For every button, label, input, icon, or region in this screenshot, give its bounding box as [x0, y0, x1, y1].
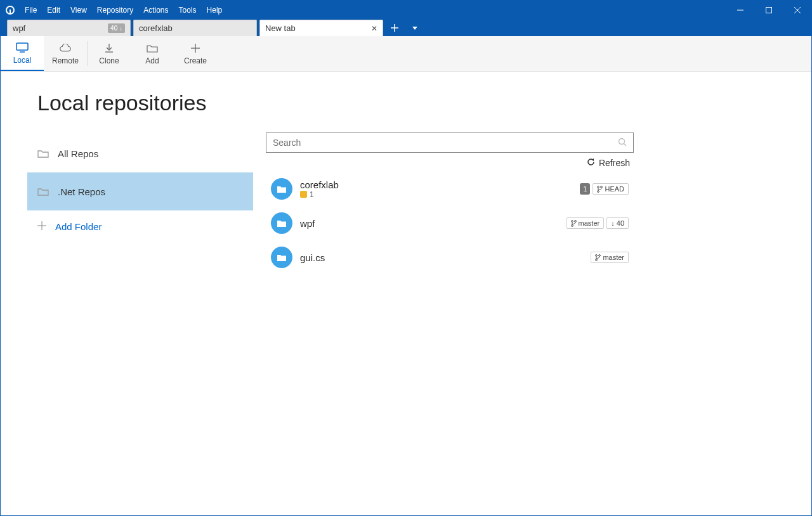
- add-folder-button[interactable]: Add Folder: [27, 210, 253, 242]
- search-icon: [618, 138, 627, 148]
- menu-repository[interactable]: Repository: [92, 1, 138, 20]
- repo-row-wpf[interactable]: wpf master ↓ 40: [266, 206, 634, 240]
- toolbar-label: Clone: [99, 56, 119, 65]
- search-input[interactable]: [273, 138, 618, 148]
- folder-icon: [37, 187, 49, 196]
- repo-name: corefxlab: [300, 179, 339, 190]
- refresh-button[interactable]: Refresh: [266, 153, 634, 172]
- tab-label: wpf: [13, 23, 25, 33]
- refresh-icon: [587, 158, 595, 168]
- count-badge: 1: [580, 183, 590, 195]
- monitor-icon: [16, 42, 29, 53]
- svg-point-28: [596, 259, 598, 261]
- menu-bar: File Edit View Repository Actions Tools …: [20, 1, 227, 20]
- page-title: Local repositories: [37, 91, 253, 115]
- title-bar: File Edit View Repository Actions Tools …: [1, 1, 811, 20]
- svg-rect-3: [766, 8, 771, 13]
- behind-badge: ↓ 40: [606, 217, 629, 229]
- tab-badge: 40 ↓: [108, 23, 125, 33]
- branch-badge: master: [591, 252, 629, 263]
- toolbar-remote-button[interactable]: Remote: [44, 36, 87, 71]
- svg-point-17: [619, 138, 625, 144]
- new-tab-button[interactable]: [386, 20, 403, 36]
- tab-dropdown-button[interactable]: [406, 20, 424, 36]
- download-icon: [103, 42, 115, 54]
- folder-list: All Repos .Net Repos Add Folder: [27, 134, 253, 242]
- folder-label: All Repos: [58, 148, 98, 159]
- stash-icon: [300, 191, 307, 198]
- search-box[interactable]: [266, 132, 634, 153]
- plus-icon: [189, 42, 202, 54]
- toolbar-local-button[interactable]: Local: [1, 36, 44, 71]
- branch-icon: [595, 254, 601, 261]
- close-icon[interactable]: ✕: [367, 24, 377, 33]
- tab-label: New tab: [265, 23, 296, 33]
- folder-all-repos[interactable]: All Repos: [27, 134, 253, 172]
- plus-icon: [37, 221, 46, 232]
- tab-new[interactable]: New tab ✕: [259, 20, 383, 36]
- svg-point-22: [598, 190, 599, 192]
- menu-view[interactable]: View: [65, 1, 92, 20]
- svg-marker-8: [412, 27, 417, 30]
- refresh-label: Refresh: [599, 158, 630, 168]
- tab-wpf[interactable]: wpf 40 ↓: [7, 20, 131, 36]
- menu-file[interactable]: File: [20, 1, 42, 20]
- repo-text: wpf: [300, 218, 315, 229]
- svg-rect-1: [10, 10, 11, 14]
- repo-badges: 1 HEAD: [580, 183, 629, 195]
- menu-help[interactable]: Help: [202, 1, 228, 20]
- branch-badge: HEAD: [593, 183, 629, 195]
- branch-icon: [571, 220, 577, 227]
- repo-name: gui.cs: [300, 252, 325, 263]
- toolbar-label: Create: [184, 56, 207, 65]
- folder-net-repos[interactable]: .Net Repos: [27, 172, 253, 210]
- svg-line-18: [624, 143, 627, 146]
- toolbar-label: Local: [13, 56, 32, 65]
- toolbar-create-button[interactable]: Create: [174, 36, 217, 71]
- sidebar: Local repositories All Repos .Net Repos …: [1, 72, 253, 515]
- tabs-row: wpf 40 ↓ corefxlab New tab ✕: [1, 20, 811, 36]
- toolbar-label: Add: [145, 56, 159, 65]
- repo-text: gui.cs: [300, 252, 325, 263]
- add-folder-label: Add Folder: [55, 221, 102, 232]
- cloud-icon: [59, 42, 72, 54]
- svg-rect-9: [16, 43, 28, 50]
- tab-corefxlab[interactable]: corefxlab: [133, 20, 257, 36]
- folder-icon: [37, 149, 49, 158]
- toolbar: Local Remote Clone Add Create: [1, 36, 811, 72]
- repo-badges: master ↓ 40: [566, 217, 629, 229]
- repo-stash: 1: [300, 190, 339, 199]
- svg-point-27: [599, 254, 601, 256]
- repo-name: wpf: [300, 218, 315, 229]
- svg-point-25: [571, 224, 573, 226]
- folder-open-icon: [146, 42, 159, 54]
- repo-row-corefxlab[interactable]: corefxlab 1 1 HEAD: [266, 172, 634, 206]
- svg-point-20: [598, 186, 599, 188]
- repo-folder-icon: [271, 178, 292, 200]
- window-maximize-button[interactable]: [754, 1, 783, 20]
- window-close-button[interactable]: [783, 1, 811, 20]
- app-logo-icon: [1, 1, 20, 20]
- menu-edit[interactable]: Edit: [42, 1, 65, 20]
- repo-badges: master: [591, 252, 629, 263]
- repo-folder-icon: [271, 212, 292, 234]
- svg-point-21: [601, 186, 603, 188]
- tab-label: corefxlab: [139, 23, 173, 33]
- menu-actions[interactable]: Actions: [138, 1, 173, 20]
- svg-point-26: [596, 254, 598, 256]
- branch-icon: [597, 186, 603, 193]
- branch-badge: master: [566, 217, 605, 229]
- repo-folder-icon: [271, 247, 292, 268]
- window-minimize-button[interactable]: [726, 1, 754, 20]
- toolbar-clone-button[interactable]: Clone: [88, 36, 131, 71]
- main-content: Local repositories All Repos .Net Repos …: [1, 72, 811, 515]
- folder-label: .Net Repos: [58, 186, 105, 197]
- menu-tools[interactable]: Tools: [174, 1, 202, 20]
- svg-point-24: [574, 220, 576, 222]
- repo-panel: Refresh corefxlab 1 1 HEAD: [253, 72, 811, 515]
- repo-text: corefxlab 1: [300, 179, 339, 199]
- svg-point-23: [571, 220, 573, 222]
- repo-row-guics[interactable]: gui.cs master: [266, 240, 634, 274]
- toolbar-label: Remote: [52, 56, 79, 65]
- toolbar-add-button[interactable]: Add: [131, 36, 174, 71]
